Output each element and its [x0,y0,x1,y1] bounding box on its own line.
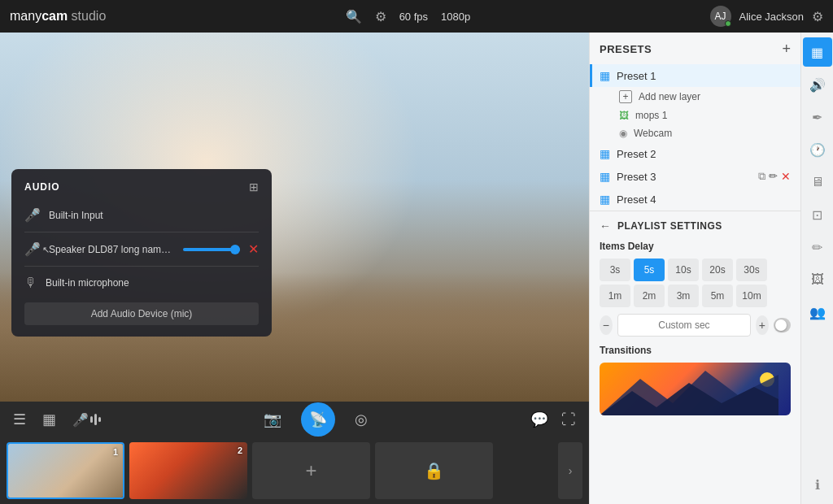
arrow-icon: › [569,464,573,477]
bottom-toolbar: ☰ ▦ 🎤 📷 📡 ◎ 💬 [0,402,589,437]
preset-1-label: Preset 1 [617,70,791,82]
preset-3-delete-icon[interactable]: ✕ [781,170,791,183]
delay-1m[interactable]: 1m [600,285,630,307]
delay-10s[interactable]: 10s [668,259,699,281]
zoom-icon[interactable]: 🔍 [346,9,362,24]
layout-icon[interactable]: ▦ [42,411,56,428]
user-name: Alice Jackson [739,11,804,23]
mops1-icon: 🖼 [619,110,629,121]
audio-item-builtin-mic[interactable]: 🎙 Built-in microphone [24,272,259,294]
sidebar-group-button[interactable]: 👥 [803,298,832,327]
add-audio-device-button[interactable]: Add Audio Device (mic) [24,302,259,325]
chat-icon[interactable]: 💬 [530,411,548,428]
sidebar-brush-button[interactable]: ✏ [803,232,832,262]
webcam-label: Webcam [634,128,672,139]
fps-display: 60 fps [399,11,428,23]
sidebar-image-button[interactable]: 🖼 [803,265,832,294]
user-avatar: AJ [710,6,731,27]
audio-item-speaker[interactable]: 🎤 Speaker DLD87 long name lorem... ✕ ↖ [24,237,259,261]
items-delay-label: Items Delay [600,241,791,252]
add-scene-icon: + [305,459,316,482]
info-icon: ℹ [815,477,820,493]
audio-delete-icon[interactable]: ✕ [248,241,259,257]
delay-5s[interactable]: 5s [634,259,665,281]
mountain-svg [600,363,778,415]
scenes-icon: ▦ [811,45,823,60]
webcam-item[interactable]: ◉ Webcam [590,124,800,142]
sidebar-screen-button[interactable]: 🖥 [803,167,832,197]
add-scene-button[interactable]: + [252,442,370,499]
right-sidebar: ▦ 🔊 ✒ 🕐 🖥 ⊡ ✏ 🖼 👥 ℹ [800,33,833,504]
audio-speaker-label: Speaker DLD87 long name lorem... [49,244,175,255]
sidebar-scenes-button[interactable]: ▦ [803,37,832,67]
sidebar-pip-button[interactable]: ⊡ [803,200,832,229]
audio-icon: 🔊 [809,77,826,93]
mic-off-icon: 🎙 [24,276,37,290]
preset-3-actions: ⧉ ✏ ✕ [758,170,791,183]
thumb-2-preview [129,442,247,499]
add-preset-button[interactable]: + [782,41,791,58]
audio-title: AUDIO [24,181,60,193]
sidebar-audio-button[interactable]: 🔊 [803,70,832,99]
clock-icon: 🕐 [809,142,826,158]
delay-10m[interactable]: 10m [736,285,767,307]
playlist-back-button[interactable]: ← [600,219,611,232]
sidebar-clock-button[interactable]: 🕐 [803,135,832,164]
audio-header: AUDIO ⊞ [24,180,259,193]
sidebar-info-button[interactable]: ℹ [803,470,832,499]
playlist-title: PLAYLIST SETTINGS [617,220,722,232]
custom-sec-input[interactable] [617,314,751,337]
resolution-display: 1080p [441,11,470,23]
preset-item-2[interactable]: ▦ Preset 2 [590,142,800,165]
delay-30s[interactable]: 30s [736,259,767,281]
transition-preview[interactable] [600,363,791,415]
shutter-icon[interactable]: ◎ [355,411,368,428]
audio-panel: AUDIO ⊞ 🎤 Built-in Input 🎤 Speaker DLD87… [11,169,272,337]
screen-icon: 🖥 [811,175,824,189]
thumbnail-2[interactable]: 2 [129,442,247,499]
settings-icon[interactable]: ⚙ [375,9,386,24]
preset-3-edit-icon[interactable]: ✏ [769,170,778,183]
sidebar-effects-button[interactable]: ✒ [803,102,832,132]
delay-3s[interactable]: 3s [600,259,630,281]
camera-icon[interactable]: 📷 [264,411,281,428]
topbar-right: AJ Alice Jackson ⚙ [710,6,823,27]
playlist-header: ← PLAYLIST SETTINGS [600,219,791,232]
preset-1-icon: ▦ [600,69,610,82]
transitions-label: Transitions [600,345,791,356]
preset-item-4[interactable]: ▦ Preset 4 [590,188,800,211]
toggle-knob [775,319,787,331]
delay-2m[interactable]: 2m [634,285,665,307]
group-icon: 👥 [809,305,826,320]
delay-20s[interactable]: 20s [702,259,733,281]
preset-3-copy-icon[interactable]: ⧉ [758,170,765,183]
toolbar-left: ☰ ▦ 🎤 [13,411,101,428]
delay-3m[interactable]: 3m [668,285,699,307]
topbar: manycam studio 🔍 ⚙ 60 fps 1080p AJ Alice… [0,0,833,33]
mic-level-indicator[interactable]: 🎤 [72,412,101,428]
preset-item-3[interactable]: ▦ Preset 3 ⧉ ✏ ✕ [590,165,800,188]
menu-icon[interactable]: ☰ [13,411,26,428]
user-settings-icon[interactable]: ⚙ [812,9,823,24]
lock-scene-button[interactable]: 🔒 [375,442,493,499]
broadcast-button[interactable]: 📡 [301,402,335,437]
mops1-item[interactable]: 🖼 mops 1 [590,106,800,124]
video-area: AUDIO ⊞ 🎤 Built-in Input 🎤 Speaker DLD87… [0,33,589,402]
mic-wave [90,414,101,425]
preset-item-1[interactable]: ▦ Preset 1 [590,64,800,87]
next-scene-button[interactable]: › [558,442,582,499]
microphone-icon: 🎤 [72,412,89,428]
delay-5m[interactable]: 5m [702,285,733,307]
audio-item-builtin-input[interactable]: 🎤 Built-in Input [24,203,259,227]
toggle-switch[interactable] [774,318,791,332]
plus-button[interactable]: + [756,315,769,335]
lock-icon: 🔒 [424,461,444,480]
audio-volume-slider[interactable] [183,248,240,251]
fullscreen-icon[interactable]: ⛶ [561,411,576,428]
add-layer-item[interactable]: + Add new layer [590,87,800,106]
audio-settings-icon[interactable]: ⊞ [249,180,259,193]
thumbnail-1[interactable]: 1 [7,442,124,499]
minus-button[interactable]: − [600,315,613,335]
image-icon: 🖼 [811,272,824,287]
preset-2-label: Preset 2 [617,148,791,160]
